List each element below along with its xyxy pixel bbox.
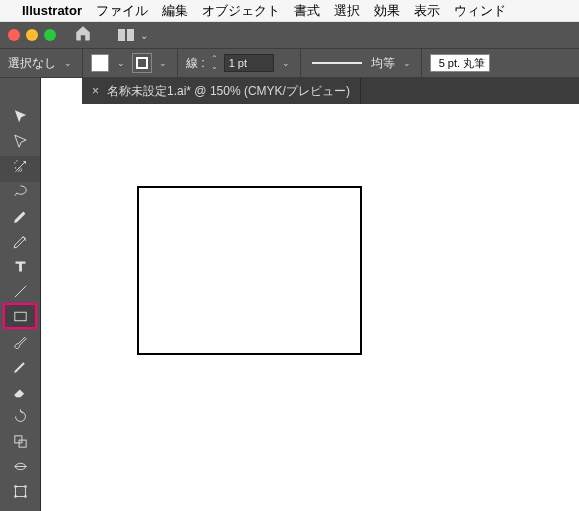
selection-tool[interactable] [4, 104, 36, 128]
lasso-tool[interactable] [4, 179, 36, 203]
close-tab-button[interactable]: × [92, 84, 99, 98]
free-transform-tool[interactable] [4, 479, 36, 503]
menu-object[interactable]: オブジェクト [202, 2, 280, 20]
brush-definition[interactable]: 5 pt. 丸筆 [430, 54, 490, 72]
eraser-tool[interactable] [4, 379, 36, 403]
stroke-weight-stepper[interactable]: ⌃⌄ [211, 55, 218, 71]
menu-view[interactable]: 表示 [414, 2, 440, 20]
arrange-documents-button[interactable]: ⌄ [118, 29, 148, 41]
selection-status: 選択なし [8, 55, 56, 72]
tools-panel [0, 78, 41, 511]
line-tool[interactable] [4, 279, 36, 303]
chevron-down-icon[interactable]: ⌄ [115, 58, 127, 68]
curvature-tool[interactable] [4, 229, 36, 253]
app-name[interactable]: Illustrator [22, 3, 82, 18]
direct-selection-tool[interactable] [4, 129, 36, 153]
menu-edit[interactable]: 編集 [162, 2, 188, 20]
menu-type[interactable]: 書式 [294, 2, 320, 20]
rectangle-shape[interactable] [137, 186, 362, 355]
macos-menubar: Illustrator ファイル 編集 オブジェクト 書式 選択 効果 表示 ウ… [0, 0, 579, 22]
fill-swatch[interactable] [91, 54, 109, 72]
rectangle-tool[interactable] [4, 304, 36, 328]
width-tool[interactable] [4, 454, 36, 478]
pen-tool[interactable] [4, 204, 36, 228]
paintbrush-tool[interactable] [4, 329, 36, 353]
rotate-tool[interactable] [4, 404, 36, 428]
control-bar: 選択なし ⌄ ⌄ ⌄ 線 : ⌃⌄ 1 pt ⌄ 均等 ⌄ 5 pt. 丸筆 [0, 48, 579, 78]
svg-rect-1 [14, 435, 21, 442]
chevron-down-icon[interactable]: ⌄ [401, 58, 413, 68]
stroke-swatch[interactable] [133, 54, 151, 72]
menu-effect[interactable]: 効果 [374, 2, 400, 20]
svg-rect-2 [19, 440, 26, 447]
home-icon[interactable] [74, 24, 92, 46]
type-tool[interactable] [4, 254, 36, 278]
document-area: × 名称未設定1.ai* @ 150% (CMYK/プレビュー) [41, 78, 579, 511]
menu-select[interactable]: 選択 [334, 2, 360, 20]
variable-width-profile[interactable] [309, 56, 365, 71]
canvas[interactable] [41, 104, 579, 511]
minimize-window-button[interactable] [26, 29, 38, 41]
pencil-tool[interactable] [4, 354, 36, 378]
document-tab[interactable]: × 名称未設定1.ai* @ 150% (CMYK/プレビュー) [82, 78, 361, 104]
svg-rect-3 [15, 486, 25, 496]
document-tabbar: × 名称未設定1.ai* @ 150% (CMYK/プレビュー) [82, 78, 579, 104]
chevron-down-icon[interactable]: ⌄ [157, 58, 169, 68]
document-tab-title: 名称未設定1.ai* @ 150% (CMYK/プレビュー) [107, 83, 350, 100]
chevron-down-icon: ⌄ [140, 30, 148, 41]
stroke-label: 線 : [186, 55, 205, 72]
menu-file[interactable]: ファイル [96, 2, 148, 20]
profile-label: 均等 [371, 55, 395, 72]
menu-window[interactable]: ウィンド [454, 2, 506, 20]
chevron-down-icon[interactable]: ⌄ [62, 58, 74, 68]
window-titlebar: ⌄ [0, 22, 579, 48]
window-controls [8, 29, 56, 41]
svg-rect-0 [14, 312, 25, 321]
chevron-down-icon[interactable]: ⌄ [280, 58, 292, 68]
scale-tool[interactable] [4, 429, 36, 453]
zoom-window-button[interactable] [44, 29, 56, 41]
stroke-weight-field[interactable]: 1 pt [224, 54, 274, 72]
close-window-button[interactable] [8, 29, 20, 41]
magic-wand-tool[interactable] [4, 154, 36, 178]
workspace: » × 名称未設定1.ai* @ 150% (CMYK/プレビュー) [0, 78, 579, 511]
